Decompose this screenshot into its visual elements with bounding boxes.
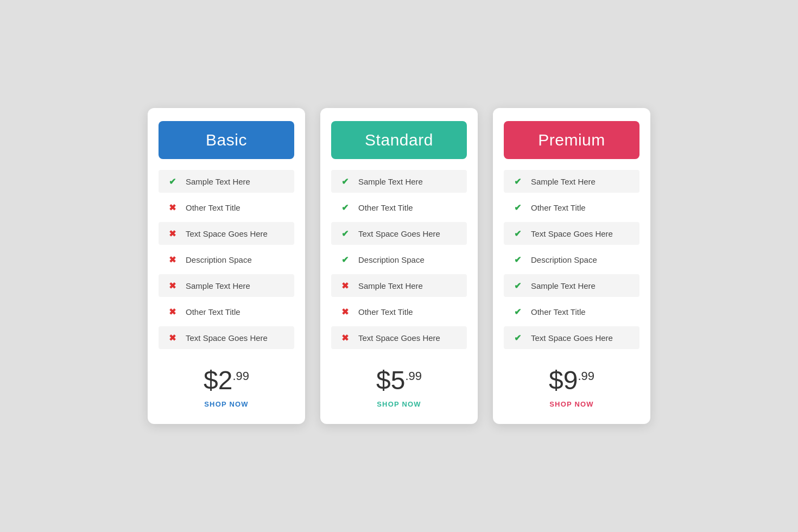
list-item: ✖Sample Text Here — [331, 274, 467, 297]
price-premium: $9.99 — [504, 368, 639, 394]
feature-label: Sample Text Here — [186, 177, 250, 186]
cross-icon: ✖ — [166, 332, 178, 344]
feature-label: Text Space Goes Here — [358, 333, 440, 343]
check-icon: ✔ — [511, 227, 523, 239]
list-item: ✔Sample Text Here — [331, 170, 467, 193]
feature-label: Description Space — [531, 255, 597, 264]
feature-label: Sample Text Here — [358, 281, 423, 290]
cross-icon: ✖ — [166, 227, 178, 239]
list-item: ✖Other Text Title — [159, 196, 294, 219]
check-icon: ✔ — [166, 175, 178, 187]
check-icon: ✔ — [339, 254, 351, 265]
feature-label: Sample Text Here — [531, 177, 596, 186]
check-icon: ✔ — [511, 332, 523, 344]
check-icon: ✔ — [511, 175, 523, 187]
pricing-footer-standard: $5.99SHOP NOW — [320, 354, 478, 424]
list-item: ✖Text Space Goes Here — [159, 222, 294, 245]
card-header-basic: Basic — [148, 108, 305, 170]
list-item: ✔Description Space — [331, 248, 467, 271]
feature-label: Other Text Title — [358, 307, 413, 316]
features-list-premium: ✔Sample Text Here✔Other Text Title✔Text … — [493, 170, 650, 349]
card-title-premium: Premium — [504, 121, 639, 159]
pricing-card-premium: Premium✔Sample Text Here✔Other Text Titl… — [493, 108, 650, 424]
feature-label: Other Text Title — [358, 203, 413, 212]
features-list-standard: ✔Sample Text Here✔Other Text Title✔Text … — [320, 170, 478, 349]
feature-label: Other Text Title — [531, 307, 586, 316]
cross-icon: ✖ — [166, 254, 178, 265]
check-icon: ✔ — [511, 254, 523, 265]
card-header-standard: Standard — [320, 108, 478, 170]
check-icon: ✔ — [339, 175, 351, 187]
list-item: ✔Text Space Goes Here — [331, 222, 467, 245]
feature-label: Other Text Title — [186, 307, 240, 316]
list-item: ✖Text Space Goes Here — [159, 326, 294, 349]
cross-icon: ✖ — [339, 280, 351, 292]
feature-label: Description Space — [186, 255, 252, 264]
cross-icon: ✖ — [166, 280, 178, 292]
pricing-card-standard: Standard✔Sample Text Here✔Other Text Tit… — [320, 108, 478, 424]
list-item: ✖Description Space — [159, 248, 294, 271]
list-item: ✔Description Space — [504, 248, 639, 271]
feature-label: Other Text Title — [531, 203, 586, 212]
list-item: ✔Other Text Title — [331, 196, 467, 219]
list-item: ✔Sample Text Here — [159, 170, 294, 193]
feature-label: Sample Text Here — [186, 281, 250, 290]
feature-label: Text Space Goes Here — [186, 333, 268, 343]
feature-label: Other Text Title — [186, 203, 240, 212]
list-item: ✔Text Space Goes Here — [504, 326, 639, 349]
feature-label: Text Space Goes Here — [531, 333, 613, 343]
price-basic: $2.99 — [159, 368, 294, 394]
features-list-basic: ✔Sample Text Here✖Other Text Title✖Text … — [148, 170, 305, 349]
list-item: ✖Sample Text Here — [159, 274, 294, 297]
list-item: ✔Sample Text Here — [504, 170, 639, 193]
shop-now-button-basic[interactable]: SHOP NOW — [204, 400, 249, 408]
list-item: ✖Other Text Title — [331, 300, 467, 323]
shop-now-button-standard[interactable]: SHOP NOW — [377, 400, 421, 408]
check-icon: ✔ — [511, 280, 523, 292]
check-icon: ✔ — [511, 201, 523, 213]
card-title-standard: Standard — [331, 121, 467, 159]
price-standard: $5.99 — [331, 368, 467, 394]
check-icon: ✔ — [511, 306, 523, 318]
feature-label: Sample Text Here — [358, 177, 423, 186]
pricing-card-basic: Basic✔Sample Text Here✖Other Text Title✖… — [148, 108, 305, 424]
list-item: ✔Other Text Title — [504, 300, 639, 323]
cross-icon: ✖ — [166, 306, 178, 318]
pricing-footer-basic: $2.99SHOP NOW — [148, 354, 305, 424]
list-item: ✔Other Text Title — [504, 196, 639, 219]
list-item: ✔Sample Text Here — [504, 274, 639, 297]
cross-icon: ✖ — [339, 332, 351, 344]
check-icon: ✔ — [339, 227, 351, 239]
feature-label: Text Space Goes Here — [358, 229, 440, 238]
card-header-premium: Premium — [493, 108, 650, 170]
shop-now-button-premium[interactable]: SHOP NOW — [549, 400, 594, 408]
card-title-basic: Basic — [159, 121, 294, 159]
list-item: ✔Text Space Goes Here — [504, 222, 639, 245]
feature-label: Text Space Goes Here — [186, 229, 268, 238]
feature-label: Text Space Goes Here — [531, 229, 613, 238]
list-item: ✖Text Space Goes Here — [331, 326, 467, 349]
feature-label: Description Space — [358, 255, 425, 264]
check-icon: ✔ — [339, 201, 351, 213]
list-item: ✖Other Text Title — [159, 300, 294, 323]
cross-icon: ✖ — [339, 306, 351, 318]
pricing-container: Basic✔Sample Text Here✖Other Text Title✖… — [126, 75, 672, 457]
pricing-footer-premium: $9.99SHOP NOW — [493, 354, 650, 424]
cross-icon: ✖ — [166, 201, 178, 213]
feature-label: Sample Text Here — [531, 281, 596, 290]
